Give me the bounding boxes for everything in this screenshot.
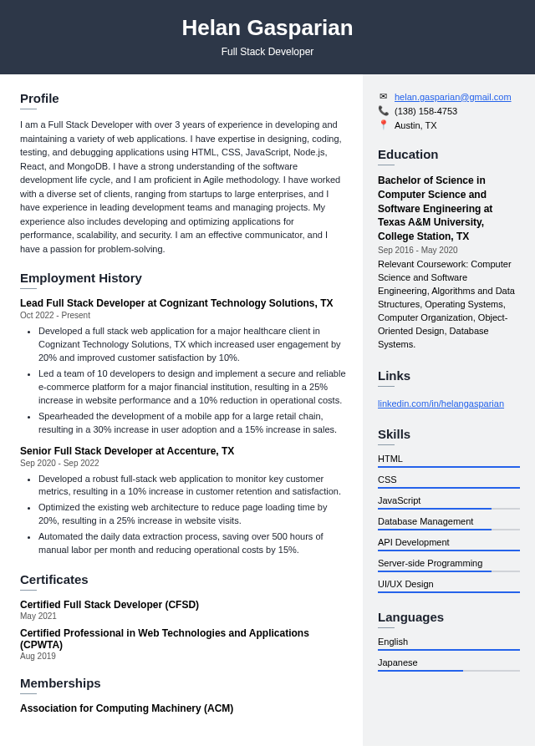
contact-location: Austin, TX xyxy=(395,120,437,130)
skill-bar xyxy=(378,508,520,510)
skill-name: CSS xyxy=(378,474,520,485)
skill-name: API Development xyxy=(378,537,520,547)
education-degree: Bachelor of Science in Computer Science … xyxy=(378,174,520,244)
memberships-heading: Memberships xyxy=(20,676,346,690)
job-bullet: Optimized the existing web architecture … xyxy=(38,501,346,528)
job-bullet: Developed a robust full-stack web applic… xyxy=(38,473,346,500)
skill-bar xyxy=(378,466,520,468)
skill-item: HTML xyxy=(378,454,520,468)
skill-bar xyxy=(378,571,520,572)
education-heading: Education xyxy=(378,147,520,161)
skill-name: Japanese xyxy=(378,657,520,667)
skill-bar xyxy=(378,550,520,551)
main-column: Profile I am a Full Stack Developer with… xyxy=(0,74,363,746)
job-title: Lead Full Stack Developer at Cognizant T… xyxy=(20,297,346,309)
skill-bar xyxy=(378,649,520,651)
skill-item: Database Management xyxy=(378,516,520,530)
cert-date: Aug 2019 xyxy=(20,652,346,661)
cert-title: Certified Full Stack Developer (CFSD) xyxy=(20,599,346,611)
skill-item: CSS xyxy=(378,474,520,489)
link-linkedin[interactable]: linkedin.com/in/helangasparian xyxy=(378,398,504,408)
person-name: Helan Gasparian xyxy=(0,15,535,41)
profile-heading: Profile xyxy=(20,91,346,105)
employment-heading: Employment History xyxy=(20,271,346,285)
languages-heading: Languages xyxy=(378,610,520,624)
skill-item: Server-side Programming xyxy=(378,558,520,572)
job-dates: Sep 2020 - Sep 2022 xyxy=(20,459,346,468)
cert-title: Certified Professional in Web Technologi… xyxy=(20,627,346,651)
certificates-section: Certificates Certified Full Stack Develo… xyxy=(20,572,346,661)
skill-name: Database Management xyxy=(378,516,520,526)
education-dates: Sep 2016 - May 2020 xyxy=(378,246,520,255)
skills-section: Skills HTMLCSSJavaScriptDatabase Managem… xyxy=(378,427,520,593)
sidebar: ✉ helan.gasparian@gmail.com 📞 (138) 158-… xyxy=(363,74,535,746)
skill-name: English xyxy=(378,637,520,647)
profile-section: Profile I am a Full Stack Developer with… xyxy=(20,91,346,256)
membership-title: Association for Computing Machinery (ACM… xyxy=(20,703,346,714)
job-bullet: Spearheaded the development of a mobile … xyxy=(38,410,346,437)
job-title: Senior Full Stack Developer at Accenture… xyxy=(20,445,346,457)
job-bullet: Automated the daily data extraction proc… xyxy=(38,530,346,557)
skills-heading: Skills xyxy=(378,427,520,441)
job-dates: Oct 2022 - Present xyxy=(20,311,346,320)
cert-date: May 2021 xyxy=(20,611,346,621)
contact-email[interactable]: helan.gasparian@gmail.com xyxy=(395,92,512,102)
email-icon: ✉ xyxy=(378,91,388,102)
contact-phone: (138) 158-4753 xyxy=(395,106,457,116)
certificates-heading: Certificates xyxy=(20,572,346,586)
skill-bar xyxy=(378,591,520,593)
skill-bar xyxy=(378,487,520,489)
skill-bar xyxy=(378,529,520,530)
links-section: Links linkedin.com/in/helangasparian xyxy=(378,368,520,410)
skill-item: UI/UX Design xyxy=(378,579,520,593)
memberships-section: Memberships Association for Computing Ma… xyxy=(20,676,346,714)
skill-name: UI/UX Design xyxy=(378,579,520,589)
phone-icon: 📞 xyxy=(378,105,388,116)
skill-name: JavaScript xyxy=(378,495,520,505)
person-role: Full Stack Developer xyxy=(0,46,535,58)
languages-section: Languages EnglishJapanese xyxy=(378,610,520,672)
education-section: Education Bachelor of Science in Compute… xyxy=(378,147,520,352)
skill-item: JavaScript xyxy=(378,495,520,510)
job-bullet: Led a team of 10 developers to design an… xyxy=(38,368,346,408)
links-heading: Links xyxy=(378,368,520,383)
skill-name: Server-side Programming xyxy=(378,558,520,568)
header: Helan Gasparian Full Stack Developer xyxy=(0,0,535,74)
skill-item: English xyxy=(378,637,520,651)
skill-name: HTML xyxy=(378,454,520,464)
skill-item: API Development xyxy=(378,537,520,551)
employment-section: Employment History Lead Full Stack Devel… xyxy=(20,271,346,557)
location-icon: 📍 xyxy=(378,119,388,130)
contact-section: ✉ helan.gasparian@gmail.com 📞 (138) 158-… xyxy=(378,91,520,130)
job-bullet: Developed a full stack web application f… xyxy=(38,325,346,365)
education-text: Relevant Coursework: Computer Science an… xyxy=(378,258,520,352)
skill-item: Japanese xyxy=(378,657,520,672)
skill-bar xyxy=(378,670,520,672)
profile-text: I am a Full Stack Developer with over 3 … xyxy=(20,118,346,256)
